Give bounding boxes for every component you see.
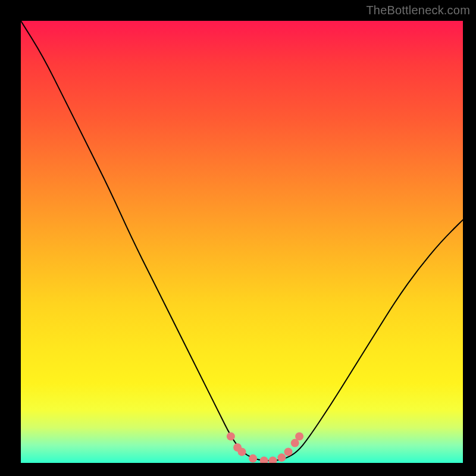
marker-dot: [295, 432, 303, 440]
chart-svg: [21, 21, 463, 463]
watermark-text: TheBottleneck.com: [366, 4, 470, 17]
marker-dot: [227, 432, 235, 440]
marker-dot: [260, 456, 268, 463]
curve-markers: [227, 432, 303, 463]
chart-plot-area: [21, 21, 463, 463]
bottleneck-curve: [21, 21, 463, 461]
marker-dot: [277, 453, 286, 462]
marker-dot: [238, 447, 246, 456]
marker-dot: [284, 447, 293, 456]
marker-dot: [249, 455, 257, 463]
chart-frame: TheBottleneck.com: [0, 0, 476, 476]
marker-dot: [269, 456, 277, 463]
